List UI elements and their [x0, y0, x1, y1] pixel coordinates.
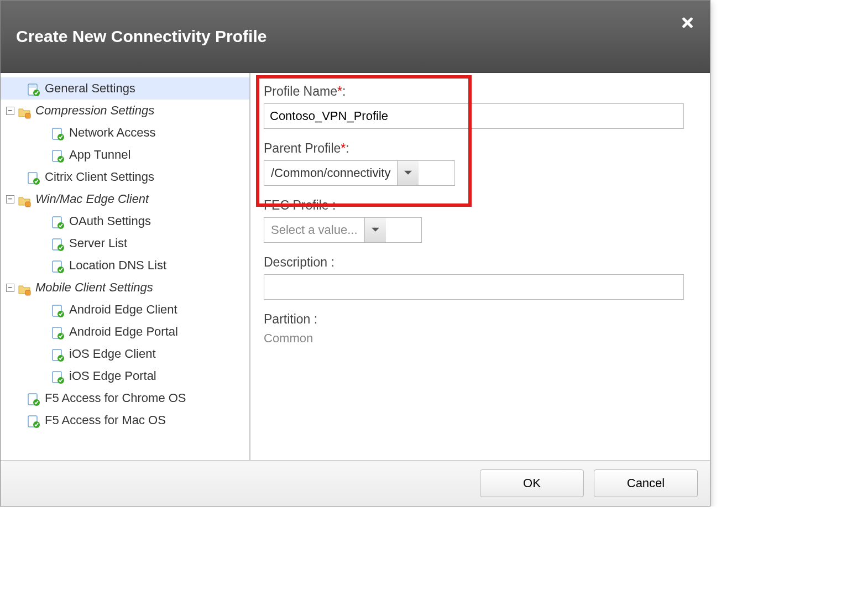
tree-item-f5-access-chrome-os[interactable]: F5 Access for Chrome OS: [1, 387, 249, 409]
fec-profile-select[interactable]: Select a value...: [264, 217, 422, 243]
folder-icon: [18, 281, 31, 294]
page-check-icon: [51, 369, 65, 383]
tree-item-android-edge-portal[interactable]: Android Edge Portal: [1, 321, 249, 343]
tree-item-compression-settings[interactable]: − Compression Settings: [1, 100, 249, 122]
tree-item-oauth-settings[interactable]: OAuth Settings: [1, 210, 249, 232]
description-input[interactable]: [264, 274, 684, 300]
field-description: Description :: [264, 255, 697, 300]
page-check-icon: [51, 303, 65, 316]
page-check-icon: [51, 259, 65, 272]
svg-rect-9: [25, 202, 30, 207]
tree-label: F5 Access for Chrome OS: [45, 387, 186, 409]
tree-item-general-settings[interactable]: General Settings: [1, 77, 249, 100]
tree-item-network-access[interactable]: Network Access: [1, 122, 249, 144]
tree-label: Citrix Client Settings: [45, 166, 154, 188]
profile-name-input[interactable]: [264, 103, 684, 129]
page-check-icon: [27, 414, 40, 427]
parent-profile-value: /Common/connectivity: [264, 161, 397, 185]
dialog-titlebar: Create New Connectivity Profile: [1, 1, 710, 73]
field-profile-name: Profile Name*:: [264, 84, 697, 129]
tree-item-location-dns-list[interactable]: Location DNS List: [1, 254, 249, 276]
page-check-icon: [27, 82, 40, 95]
field-partition: Partition : Common: [264, 312, 697, 346]
tree-item-ios-edge-client[interactable]: iOS Edge Client: [1, 343, 249, 365]
tree-item-server-list[interactable]: Server List: [1, 232, 249, 254]
tree-label: App Tunnel: [69, 144, 130, 166]
dialog-title: Create New Connectivity Profile: [16, 27, 266, 46]
tree-label: Win/Mac Edge Client: [35, 188, 149, 210]
dialog-body: General Settings − Compression Settings …: [1, 73, 710, 460]
tree-item-winmac-edge-client[interactable]: − Win/Mac Edge Client: [1, 188, 249, 210]
folder-icon: [18, 192, 31, 206]
field-parent-profile: Parent Profile*: /Common/connectivity: [264, 141, 697, 186]
tree-label: Location DNS List: [69, 254, 166, 276]
tree-label: Server List: [69, 232, 127, 254]
tree-label: iOS Edge Client: [69, 343, 156, 365]
cancel-button[interactable]: Cancel: [594, 469, 698, 497]
tree-item-android-edge-client[interactable]: Android Edge Client: [1, 299, 249, 321]
page-check-icon: [51, 215, 65, 228]
tree-label: Android Edge Portal: [69, 321, 178, 343]
close-icon[interactable]: [680, 16, 694, 30]
tree-item-app-tunnel[interactable]: App Tunnel: [1, 144, 249, 166]
connectivity-profile-dialog: Create New Connectivity Profile General …: [0, 0, 710, 507]
field-fec-profile: FEC Profile : Select a value...: [264, 198, 697, 243]
description-label: Description :: [264, 255, 697, 270]
parent-profile-select[interactable]: /Common/connectivity: [264, 160, 455, 186]
collapse-icon[interactable]: −: [6, 284, 14, 292]
tree-item-mobile-client-settings[interactable]: − Mobile Client Settings: [1, 276, 249, 299]
tree-item-ios-edge-portal[interactable]: iOS Edge Portal: [1, 365, 249, 387]
chevron-down-icon[interactable]: [397, 161, 419, 185]
tree-label: iOS Edge Portal: [69, 365, 156, 387]
partition-value: Common: [264, 331, 697, 346]
parent-profile-label: Parent Profile*:: [264, 141, 697, 156]
chevron-down-icon[interactable]: [364, 218, 386, 242]
settings-tree: General Settings − Compression Settings …: [1, 73, 250, 460]
tree-item-f5-access-mac-os[interactable]: F5 Access for Mac OS: [1, 409, 249, 431]
page-check-icon: [27, 170, 40, 184]
collapse-icon[interactable]: −: [6, 195, 14, 203]
page-check-icon: [27, 391, 40, 405]
page-check-icon: [51, 347, 65, 361]
tree-label: Compression Settings: [35, 100, 154, 122]
svg-rect-16: [25, 290, 30, 295]
page-check-icon: [51, 148, 65, 161]
collapse-icon[interactable]: −: [6, 107, 14, 115]
ok-button[interactable]: OK: [480, 469, 584, 497]
fec-profile-placeholder: Select a value...: [264, 218, 364, 242]
partition-label: Partition :: [264, 312, 697, 327]
dialog-footer: OK Cancel: [1, 460, 710, 506]
tree-label: F5 Access for Mac OS: [45, 409, 166, 431]
page-check-icon: [51, 325, 65, 338]
tree-label: General Settings: [45, 77, 135, 100]
svg-rect-2: [25, 113, 30, 118]
profile-name-label: Profile Name*:: [264, 84, 697, 99]
tree-label: Network Access: [69, 122, 156, 144]
form-pane: Profile Name*: Parent Profile*: /Common/…: [250, 73, 710, 460]
page-check-icon: [51, 126, 65, 139]
fec-profile-label: FEC Profile :: [264, 198, 697, 213]
folder-icon: [18, 104, 31, 117]
tree-item-citrix-client-settings[interactable]: Citrix Client Settings: [1, 166, 249, 188]
page-check-icon: [51, 237, 65, 250]
tree-label: OAuth Settings: [69, 210, 151, 232]
tree-label: Mobile Client Settings: [35, 276, 153, 299]
tree-label: Android Edge Client: [69, 299, 177, 321]
